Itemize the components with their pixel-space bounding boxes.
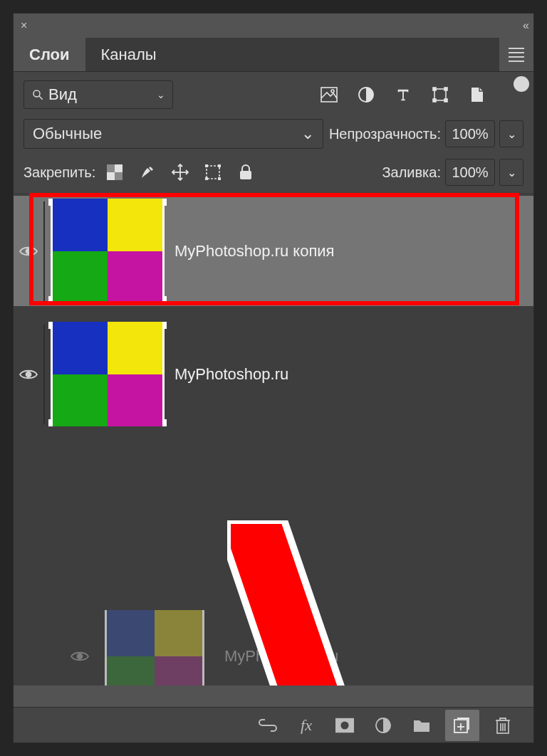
svg-rect-11 [107, 164, 115, 172]
tab-layers[interactable]: Слои [14, 38, 85, 71]
layer-name-label[interactable]: MyPhotoshop.ru [174, 365, 288, 384]
svg-rect-18 [205, 177, 208, 180]
filter-toggle[interactable] [505, 80, 523, 109]
filter-smartobject-icon[interactable] [468, 85, 486, 104]
filter-pixel-icon[interactable] [320, 85, 338, 104]
panel-menu-icon[interactable] [499, 38, 533, 71]
adjustment-layer-icon[interactable] [374, 716, 392, 735]
close-icon[interactable]: × [21, 19, 27, 32]
svg-line-1 [39, 96, 43, 100]
filter-shape-icon[interactable] [431, 85, 449, 104]
opacity-value-input[interactable]: 100% [445, 120, 495, 147]
svg-rect-7 [444, 88, 447, 90]
svg-rect-20 [240, 171, 251, 179]
lock-artboard-icon[interactable] [204, 163, 222, 182]
new-layer-button[interactable] [445, 710, 479, 741]
visibility-toggle[interactable] [14, 368, 43, 381]
filter-type-icon[interactable] [394, 85, 412, 104]
layer-name-label[interactable]: MyPhotoshop.ru копия [174, 242, 335, 261]
new-group-icon[interactable] [412, 716, 431, 735]
layer-row[interactable]: MyPhotoshop.ru копия [14, 196, 533, 306]
search-icon [31, 88, 44, 101]
layers-list: MyPhotoshop.ru копия MyPhotoshop.ru [14, 193, 533, 686]
tutorial-arrow [227, 520, 391, 686]
svg-rect-6 [433, 88, 436, 90]
link-layers-icon[interactable] [259, 716, 277, 735]
svg-point-22 [26, 372, 31, 377]
svg-rect-19 [218, 177, 221, 180]
lock-transparency-icon[interactable] [105, 163, 124, 182]
fill-dropdown[interactable]: ⌄ [499, 159, 523, 186]
svg-point-3 [331, 90, 334, 93]
delete-layer-icon[interactable] [494, 716, 512, 735]
tab-channels[interactable]: Каналы [85, 38, 172, 71]
visibility-toggle[interactable] [14, 245, 43, 258]
layers-panel: × « Слои Каналы Вид ⌄ [13, 13, 534, 743]
panel-top-bar: × « [14, 14, 533, 38]
drag-ghost-label: MyPhotoshop.ru [224, 647, 338, 666]
svg-rect-17 [218, 164, 221, 167]
layer-actions-bar: fx [14, 707, 533, 742]
filter-adjustment-icon[interactable] [357, 85, 375, 104]
layer-row[interactable]: MyPhotoshop.ru [14, 319, 533, 429]
svg-marker-24 [227, 520, 391, 686]
tabs-row: Слои Каналы [14, 38, 533, 72]
blend-mode-select[interactable]: Обычные ⌄ [24, 119, 323, 149]
blend-mode-value: Обычные [33, 125, 102, 143]
lock-label: Закрепить: [24, 164, 95, 181]
svg-rect-9 [444, 99, 447, 102]
svg-rect-15 [207, 166, 219, 179]
svg-rect-8 [433, 99, 436, 102]
chevron-down-icon: ⌄ [157, 89, 165, 100]
svg-point-21 [26, 248, 31, 253]
fill-label: Заливка: [382, 164, 441, 181]
layer-thumbnail[interactable] [51, 322, 165, 426]
svg-point-27 [340, 721, 348, 729]
layer-controls: Вид ⌄ [14, 72, 533, 193]
lock-all-icon[interactable] [236, 163, 255, 182]
collapse-panel-icon[interactable]: « [523, 19, 526, 32]
svg-rect-12 [115, 172, 123, 180]
layer-thumbnail[interactable] [51, 199, 165, 303]
opacity-dropdown[interactable]: ⌄ [499, 120, 523, 147]
svg-rect-16 [205, 164, 208, 167]
opacity-label: Непрозрачность: [329, 126, 441, 142]
lock-position-icon[interactable] [171, 163, 189, 182]
layer-mask-icon[interactable] [335, 716, 354, 735]
lock-image-icon[interactable] [138, 163, 157, 182]
drag-ghost-layer: MyPhotoshop.ru [71, 610, 338, 686]
layer-filter-select[interactable]: Вид ⌄ [24, 80, 173, 109]
svg-point-0 [33, 90, 40, 97]
fill-value-input[interactable]: 100% [445, 159, 495, 186]
filter-label: Вид [48, 85, 157, 104]
svg-point-23 [78, 654, 83, 659]
layer-fx-icon[interactable]: fx [297, 716, 316, 735]
chevron-down-icon: ⌄ [301, 125, 314, 143]
